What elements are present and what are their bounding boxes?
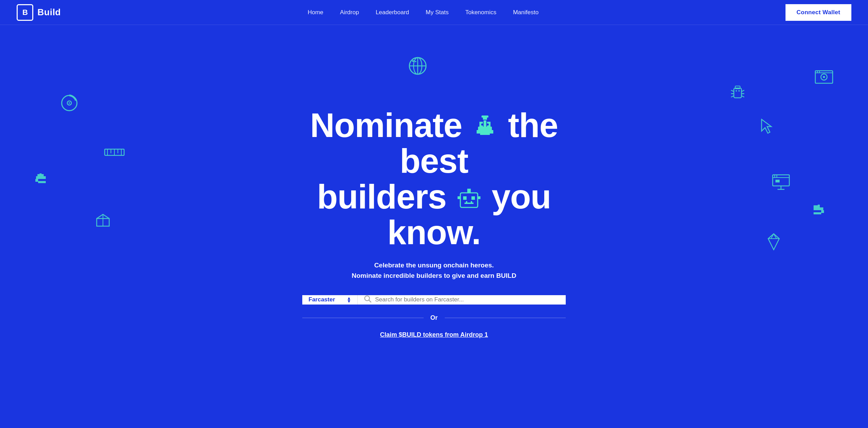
svg-point-32	[736, 90, 737, 92]
hero-title: Nominate	[278, 108, 590, 250]
svg-rect-41	[773, 175, 789, 186]
svg-point-8	[69, 102, 70, 104]
svg-rect-77	[478, 196, 480, 199]
platform-select[interactable]: Farcaster ▲▼	[302, 295, 358, 305]
or-divider: Or	[302, 314, 566, 322]
search-icon	[364, 295, 372, 305]
svg-point-35	[821, 74, 827, 80]
monitor-icon	[772, 174, 790, 194]
svg-rect-15	[36, 176, 46, 179]
logo-text: Build	[37, 7, 61, 18]
svg-line-57	[774, 234, 776, 239]
svg-rect-48	[814, 207, 823, 210]
navbar: B Build Home Airdrop Leaderboard My Stat…	[0, 0, 868, 25]
svg-line-31	[741, 96, 744, 97]
svg-rect-0	[409, 58, 426, 74]
svg-rect-20	[42, 174, 44, 177]
search-area: Farcaster ▲▼	[302, 295, 566, 305]
chevron-icon: ▲▼	[347, 297, 351, 303]
svg-point-33	[738, 90, 740, 92]
cursor-icon	[760, 119, 773, 137]
svg-point-36	[823, 76, 825, 78]
svg-point-65	[481, 123, 483, 126]
eye-icon	[815, 70, 833, 87]
svg-rect-49	[821, 210, 824, 213]
svg-point-6	[62, 95, 77, 111]
nav-item-my-stats[interactable]: My Stats	[426, 9, 449, 16]
cd-icon	[61, 94, 78, 115]
svg-rect-70	[463, 196, 467, 200]
or-text: Or	[431, 314, 438, 322]
hand-point-right-icon	[808, 202, 825, 222]
divider-line-left	[302, 318, 424, 318]
svg-rect-69	[460, 193, 478, 207]
svg-point-66	[487, 123, 489, 126]
svg-rect-17	[38, 181, 46, 183]
nav-item-tokenomics[interactable]: Tokenomics	[465, 9, 496, 16]
nav-item-airdrop[interactable]: Airdrop	[340, 9, 359, 16]
svg-rect-59	[484, 120, 486, 127]
svg-rect-68	[481, 115, 488, 118]
svg-rect-52	[818, 205, 820, 208]
svg-marker-54	[768, 234, 779, 250]
svg-rect-51	[816, 205, 818, 208]
svg-line-29	[741, 90, 744, 92]
globe-icon	[408, 56, 427, 80]
hero-subtitle-line2: Nominate incredible builders to give and…	[351, 271, 516, 281]
svg-rect-34	[815, 71, 833, 83]
svg-rect-50	[814, 212, 821, 214]
hero-title-line1: Nominate	[310, 106, 558, 180]
search-box	[358, 295, 566, 305]
svg-rect-5	[415, 61, 416, 62]
svg-rect-76	[458, 196, 460, 199]
svg-rect-72	[465, 203, 474, 204]
svg-rect-47	[775, 180, 780, 182]
svg-point-1	[414, 58, 422, 74]
logo: B Build	[17, 4, 61, 21]
hero-subtitle-line1: Celebrate the unsung onchain heroes.	[351, 260, 516, 271]
svg-point-7	[67, 101, 71, 105]
diamond-icon	[766, 233, 781, 254]
claim-link[interactable]: Claim $BUILD tokens from Airdrop 1	[380, 331, 488, 339]
svg-rect-19	[40, 173, 42, 177]
svg-rect-62	[477, 130, 480, 134]
svg-rect-16	[35, 179, 38, 182]
robot-hands-icon	[471, 114, 499, 143]
search-input[interactable]	[375, 296, 559, 303]
svg-rect-9	[105, 149, 124, 155]
svg-rect-53	[814, 205, 816, 208]
nav-links: Home Airdrop Leaderboard My Stats Tokeno…	[307, 9, 538, 16]
svg-rect-63	[490, 130, 493, 134]
ruler-icon	[104, 143, 125, 164]
svg-rect-18	[37, 174, 40, 177]
box-icon	[95, 212, 111, 231]
hero-section: Nominate	[0, 25, 868, 428]
svg-rect-73	[466, 201, 467, 204]
svg-rect-75	[467, 189, 471, 193]
platform-label: Farcaster	[309, 296, 335, 303]
robot-face-icon	[455, 185, 483, 214]
svg-rect-64	[480, 132, 490, 135]
svg-rect-21	[97, 219, 109, 226]
svg-line-26	[731, 90, 734, 92]
logo-icon: B	[17, 4, 33, 21]
divider-line-right	[445, 318, 566, 318]
nav-item-leaderboard[interactable]: Leaderboard	[376, 9, 409, 16]
hero-title-line2: builders you know.	[317, 178, 551, 251]
svg-line-56	[771, 234, 774, 239]
svg-line-28	[731, 96, 734, 97]
svg-rect-71	[471, 196, 475, 200]
svg-line-79	[369, 300, 371, 302]
svg-rect-74	[471, 201, 472, 204]
svg-rect-24	[734, 88, 741, 98]
bug-icon	[729, 84, 746, 107]
svg-rect-25	[735, 86, 740, 89]
svg-marker-40	[762, 119, 771, 133]
nav-item-manifesto[interactable]: Manifesto	[513, 9, 539, 16]
hand-point-left-icon	[35, 171, 51, 190]
svg-rect-4	[412, 60, 414, 62]
nav-item-home[interactable]: Home	[307, 9, 323, 16]
connect-wallet-button[interactable]: Connect Wallet	[785, 4, 851, 21]
hero-subtitle: Celebrate the unsung onchain heroes. Nom…	[351, 260, 516, 281]
